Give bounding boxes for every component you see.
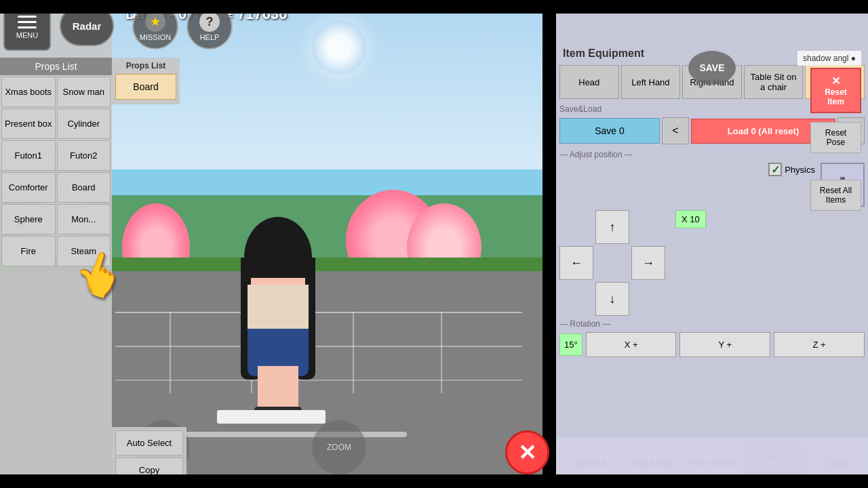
adj-empty-bl bbox=[559, 282, 593, 316]
prop-item-comforter[interactable]: Comforter bbox=[1, 172, 56, 203]
prop-item-snowman[interactable]: Snow man bbox=[57, 77, 111, 107]
shadow-angle-slider-indicator: ● bbox=[851, 54, 856, 63]
prop-item-fire[interactable]: Fire bbox=[1, 236, 56, 266]
radar-label: Radar bbox=[73, 20, 102, 32]
nav-left-button[interactable]: < bbox=[662, 117, 689, 144]
adj-up-button[interactable]: ↑ bbox=[595, 210, 629, 244]
props-panel-header: Props List bbox=[115, 61, 176, 70]
adj-empty-tl bbox=[559, 210, 593, 244]
reset-pose-button[interactable]: Reset Pose bbox=[810, 122, 861, 153]
save-button[interactable]: Save 0 bbox=[559, 118, 660, 144]
prop-item-cylinder[interactable]: Cylinder bbox=[57, 108, 111, 139]
prop-item-futon1[interactable]: Futon1 bbox=[1, 140, 56, 171]
props-list-header: Props List bbox=[0, 58, 112, 75]
prop-item-xmas-boots[interactable]: Xmas boots bbox=[1, 77, 56, 107]
rotation-y-button[interactable]: Y + bbox=[679, 332, 770, 357]
adj-empty-tr bbox=[631, 210, 665, 244]
prop-item-presentbox[interactable]: Present box bbox=[1, 108, 56, 139]
rotation-degrees: 15° bbox=[559, 333, 583, 356]
mission-label: MISSION bbox=[140, 33, 171, 41]
rotation-section-title: --- Rotation --- bbox=[559, 319, 865, 329]
prop-item-mon[interactable]: Mon... bbox=[57, 204, 111, 235]
rotation-z-button[interactable]: Z + bbox=[774, 332, 865, 357]
tab-head[interactable]: Head bbox=[559, 65, 619, 99]
close-x-icon: ✕ bbox=[518, 440, 536, 466]
menu-label: MENU bbox=[16, 31, 38, 39]
prop-item-board-left[interactable]: Board bbox=[57, 172, 111, 203]
x-icon: ✕ bbox=[816, 75, 856, 87]
props-panel-board[interactable]: Board bbox=[115, 74, 176, 100]
adj-down-button[interactable]: ↓ bbox=[595, 282, 629, 316]
adj-center bbox=[595, 246, 629, 280]
rotation-controls: 15° X + Y + Z + bbox=[559, 332, 865, 357]
adj-right-button[interactable]: → bbox=[631, 246, 665, 280]
adj-left-button[interactable]: ← bbox=[559, 246, 593, 280]
physics-checkbox[interactable]: ✓ bbox=[768, 163, 782, 176]
reset-item-button[interactable]: ✕ Reset Item bbox=[810, 68, 861, 113]
right-panel: SAVE shadow angl ● ✕ Reset Item Reset Po… bbox=[556, 0, 868, 488]
props-grid: Xmas boots Snow man Present box Cylinder… bbox=[0, 75, 112, 268]
x10-indicator: X 10 bbox=[675, 210, 706, 228]
menu-icon bbox=[18, 16, 37, 28]
rotation-x-button[interactable]: X + bbox=[586, 332, 677, 357]
props-panel: Props List Board bbox=[112, 58, 180, 104]
auto-select-button[interactable]: Auto Select bbox=[115, 430, 183, 455]
tab-table[interactable]: Table Sit on a chair bbox=[744, 65, 804, 99]
shadow-angle-control[interactable]: shadow angl ● bbox=[797, 51, 861, 66]
zoom-in-control[interactable]: ZOOM bbox=[312, 420, 366, 474]
close-x-button[interactable]: ✕ bbox=[505, 430, 549, 474]
physics-label: Physics bbox=[785, 165, 815, 175]
zoom-in-label: ZOOM bbox=[327, 443, 351, 452]
save-top-button[interactable]: SAVE bbox=[688, 51, 736, 85]
tab-left-hand[interactable]: Left Hand bbox=[621, 65, 681, 99]
prop-item-futon2[interactable]: Futon2 bbox=[57, 140, 111, 171]
prop-item-sphere[interactable]: Sphere bbox=[1, 204, 56, 235]
question-icon: ? bbox=[206, 15, 214, 29]
adjust-position-arrows: ↑ ← → ↓ X 10 bbox=[559, 210, 865, 316]
props-sidebar: Props List Xmas boots Snow man Present b… bbox=[0, 0, 112, 488]
reset-all-items-button[interactable]: Reset All Items bbox=[810, 180, 861, 211]
help-label: HELP bbox=[200, 33, 220, 41]
adj-empty-br bbox=[631, 282, 665, 316]
